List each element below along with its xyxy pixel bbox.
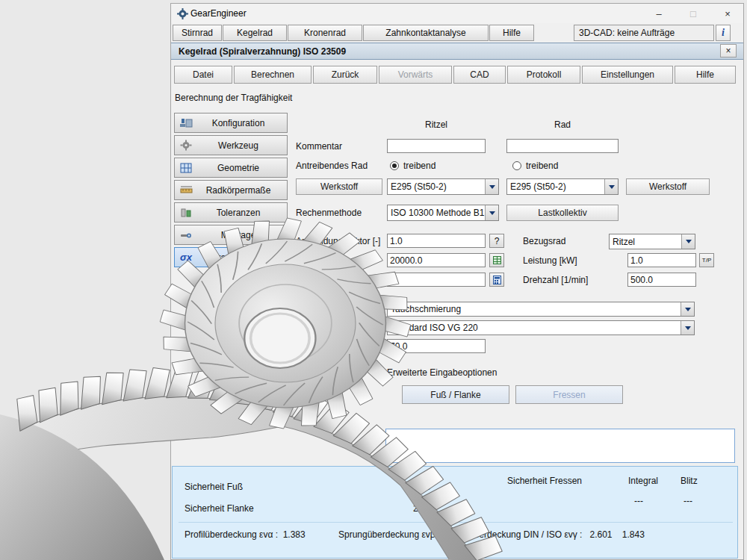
- tolerance-icon: [178, 206, 194, 220]
- sidebar-item-montage[interactable]: Montage: [174, 225, 288, 245]
- minimize-button[interactable]: –: [642, 4, 675, 23]
- gesamt-din-value: 2.601: [589, 529, 612, 540]
- toolbar-zurueck-button[interactable]: Zurück: [313, 66, 377, 84]
- chevron-down-icon[interactable]: [604, 179, 618, 194]
- sidebar-item-konfiguration[interactable]: Konfiguration: [174, 113, 288, 133]
- drehzahl-label: Drehzahl [1/min]: [523, 275, 588, 285]
- sprungueberdeckung: Sprungüberdeckung εvβ :: [338, 529, 440, 540]
- sigma-icon: σx: [178, 251, 194, 264]
- sidebar-item-geometrie[interactable]: Geometrie: [174, 158, 288, 178]
- calculator-icon[interactable]: [489, 273, 504, 287]
- toolbar-vorwaerts-button: Vorwärts: [379, 66, 452, 84]
- machine-icon: [178, 116, 194, 130]
- treibend-ritzel-radio[interactable]: [390, 161, 399, 170]
- kommentar-rad-input[interactable]: [506, 139, 619, 153]
- fressen-blitz-value: ---: [684, 496, 692, 506]
- desktop: GearEngineer – □ × Stirnrad Kegelrad Kro…: [0, 0, 747, 560]
- toolbar-hilfe-button[interactable]: Hilfe: [675, 66, 736, 84]
- profilueberdeckung: Profilüberdeckung εvα : 1.383: [185, 529, 306, 540]
- ruler-icon: [178, 184, 194, 197]
- drehmoment-input[interactable]: [387, 273, 486, 287]
- kommentar-label: Kommentar: [296, 141, 342, 152]
- sicherheit-flanke-label: Sicherheit Flanke: [185, 503, 254, 514]
- sicherheit-fuss-label: Sicherheit Fuß: [185, 482, 243, 492]
- leistung-input[interactable]: 1.0: [627, 253, 696, 267]
- toolbar-datei-button[interactable]: Datei: [174, 66, 232, 84]
- sicherheit-fuss-value: 29.5: [413, 482, 430, 492]
- app-gear-icon: [177, 8, 188, 19]
- chevron-down-icon[interactable]: [681, 321, 694, 335]
- gesamtueberdeckung: Gesamtüberdeckung DIN / ISO εvγ : 2.601 …: [438, 529, 645, 540]
- results-divider: [179, 522, 733, 523]
- info-icon[interactable]: i: [716, 25, 731, 41]
- maximize-button[interactable]: □: [677, 4, 710, 23]
- anwendungsfaktor-input[interactable]: 1.0: [387, 234, 486, 248]
- window-title: GearEngineer: [190, 8, 247, 19]
- rechenmethode-combo[interactable]: ISO 10300 Methode B1: [387, 205, 499, 221]
- chevron-down-icon[interactable]: [681, 302, 694, 316]
- sidebar-item-werkzeug[interactable]: Werkzeug: [174, 135, 288, 155]
- chevron-down-icon[interactable]: [681, 234, 695, 249]
- geometry-grid-icon: [178, 161, 194, 175]
- schmierung-combo[interactable]: Tauchschmierung: [387, 302, 695, 317]
- chevron-down-icon[interactable]: [485, 205, 498, 220]
- werkstoff-rad-combo[interactable]: E295 (St50-2): [506, 178, 619, 195]
- bezugsrad-label: Bezugsrad: [523, 236, 565, 246]
- sidebar-item-radkoerpermasse[interactable]: Radkörpermaße: [174, 180, 288, 200]
- antreibendes-rad-label: Antreibendes Rad: [296, 161, 368, 171]
- toolbar-protokoll-button[interactable]: Protokoll: [507, 66, 580, 84]
- fressen-col-blitz: Blitz: [681, 476, 698, 486]
- tab-stirnrad[interactable]: Stirnrad: [173, 25, 222, 41]
- werkstoff-ritzel-combo[interactable]: E295 (St50-2): [387, 178, 499, 195]
- help-button[interactable]: ?: [489, 234, 504, 248]
- module-title: Kegelrad (Spiralverzahnung) ISO 23509: [179, 46, 346, 57]
- section-title: Berechnung der Tragfähigkeit: [175, 93, 292, 103]
- treibend-rad-radio[interactable]: [512, 161, 521, 170]
- fressen-col-integral: Integral: [628, 476, 658, 486]
- werkstoff-left-button[interactable]: Werkstoff: [296, 178, 382, 195]
- column-header-ritzel: Ritzel: [387, 119, 486, 130]
- result-box: [385, 429, 735, 463]
- bezugsrad-combo[interactable]: Ritzel: [609, 234, 695, 249]
- chevron-down-icon[interactable]: [485, 179, 498, 194]
- fressen-integral-value: ---: [634, 496, 643, 506]
- erweiterte-eingabeoptionen-label: Erweiterte Eingabeoptionen: [387, 367, 497, 378]
- tab-zahnkontaktanalyse[interactable]: Zahnkontaktanalyse: [363, 25, 489, 41]
- fuss-flanke-button[interactable]: Fuß / Flanke: [402, 385, 509, 404]
- anwendungsfaktor-label: Anwendungsfaktor [-]: [296, 236, 380, 246]
- kommentar-ritzel-input[interactable]: [387, 139, 486, 153]
- sicherheit-flanke-value: 2.673: [413, 503, 436, 514]
- tab-hilfe[interactable]: Hilfe: [489, 25, 534, 41]
- column-header-rad: Rad: [506, 119, 619, 130]
- close-button[interactable]: ×: [711, 4, 744, 23]
- torque-power-toggle-button[interactable]: T/P: [699, 253, 714, 267]
- profil-value: 1.383: [283, 529, 306, 540]
- lebensdauer-input[interactable]: 20000.0: [387, 253, 486, 267]
- treibend-ritzel-radio-label[interactable]: treibend: [403, 161, 436, 171]
- tab-kegelrad[interactable]: Kegelrad: [223, 25, 287, 41]
- treibend-rad-radio-label[interactable]: treibend: [526, 161, 558, 171]
- sidebar-item-toleranzen[interactable]: Toleranzen: [174, 202, 288, 223]
- assembly-icon: [178, 228, 194, 242]
- lastkollektiv-button[interactable]: Lastkollektiv: [506, 205, 619, 221]
- rechenmethode-label: Rechenmethode: [296, 208, 362, 218]
- werkstoff-right-button[interactable]: Werkstoff: [626, 178, 710, 195]
- results-panel: Sicherheit Fuß 29.5 Sicherheit Flanke 2.…: [172, 466, 738, 559]
- temperatur-input[interactable]: 70.0: [387, 339, 486, 353]
- cad-status-box: 3D-CAD: keine Aufträge: [574, 25, 714, 41]
- table-icon[interactable]: [489, 253, 504, 267]
- toolbar-berechnen-button[interactable]: Berechnen: [234, 66, 311, 84]
- schmierstoff-combo[interactable]: Standard ISO VG 220: [387, 320, 695, 335]
- drehzahl-input[interactable]: 500.0: [627, 273, 696, 287]
- sicherheit-fressen-label: Sicherheit Fressen: [507, 476, 582, 486]
- gesamt-iso-value: 1.843: [622, 529, 645, 540]
- leistung-label: Leistung [kW]: [523, 255, 577, 266]
- module-close-icon[interactable]: ×: [720, 44, 737, 57]
- toolbar-einstellungen-button[interactable]: Einstellungen: [582, 66, 673, 84]
- module-header: Kegelrad (Spiralverzahnung) ISO 23509: [171, 43, 743, 60]
- tab-kronenrad[interactable]: Kronenrad: [288, 25, 362, 41]
- sidebar-item-tragfaehigkeit[interactable]: σx Tragfähigkeit: [174, 247, 288, 267]
- tool-gear-icon: [178, 139, 194, 152]
- fressen-button: Fressen: [515, 385, 623, 404]
- toolbar-cad-button[interactable]: CAD: [453, 66, 506, 84]
